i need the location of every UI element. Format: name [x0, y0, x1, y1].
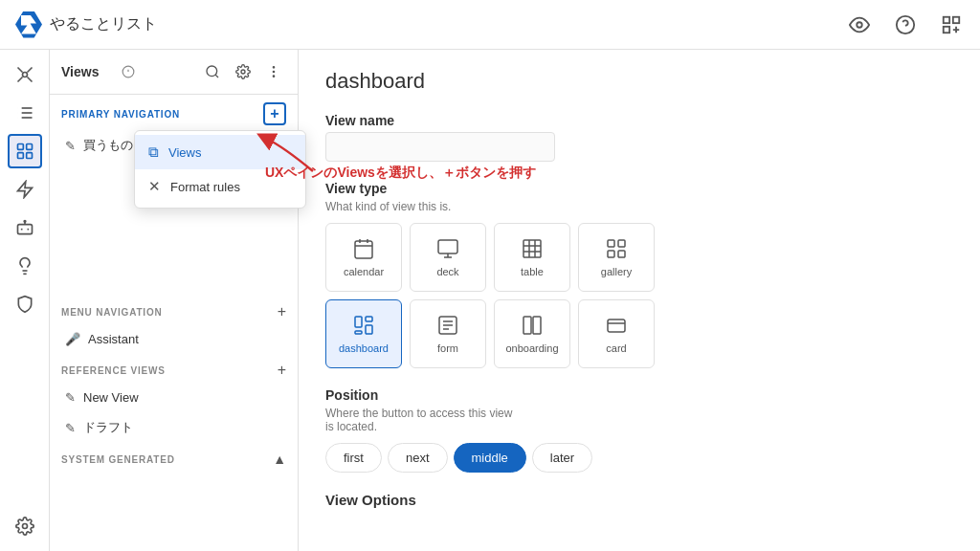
- nav-icon-data[interactable]: [8, 57, 42, 92]
- position-options: first next middle later: [325, 443, 953, 473]
- svg-rect-42: [438, 240, 457, 253]
- svg-line-33: [215, 75, 218, 77]
- views-settings-icon[interactable]: [231, 59, 256, 84]
- position-sublabel: Where the button to access this view is …: [325, 407, 517, 433]
- view-type-grid: calendar deck table gallery: [325, 223, 953, 368]
- dropdown-item-format-rules[interactable]: ✕ Format rules: [135, 169, 305, 204]
- app-header: やることリスト: [0, 0, 980, 50]
- system-generated-label: SYSTEM GENERATED: [61, 454, 175, 465]
- nav-item-new-view[interactable]: ✎ New View: [54, 384, 294, 411]
- svg-line-9: [27, 68, 32, 73]
- views-more-icon[interactable]: [261, 59, 286, 84]
- views-search-icon[interactable]: [200, 59, 225, 84]
- onboarding-icon: [521, 314, 544, 337]
- nav-icon-bulb[interactable]: [8, 249, 42, 283]
- svg-rect-63: [533, 317, 541, 334]
- views-panel-title: Views: [61, 64, 116, 79]
- view-options-label: View Options: [325, 492, 953, 508]
- format-rules-icon: ✕: [148, 178, 161, 195]
- draft-icon: ✎: [65, 421, 76, 435]
- calendar-icon: [352, 237, 375, 260]
- kaimono-icon: ✎: [65, 139, 76, 153]
- views-info-icon: [122, 65, 135, 78]
- reference-views-section: REFERENCE VIEWS + ✎ New View ✎ ドラフト: [50, 354, 298, 444]
- svg-rect-53: [618, 251, 625, 257]
- svg-point-32: [207, 66, 217, 77]
- svg-rect-62: [523, 317, 531, 334]
- nav-icon-settings[interactable]: [8, 509, 42, 543]
- position-next[interactable]: next: [388, 443, 448, 473]
- dropdown-item-views[interactable]: ⧉ Views: [135, 135, 305, 169]
- left-nav: [0, 50, 50, 551]
- form-icon: [436, 314, 459, 337]
- help-icon[interactable]: [892, 11, 919, 38]
- position-later[interactable]: later: [532, 443, 592, 473]
- svg-rect-18: [26, 144, 32, 150]
- menu-nav-section: MENU NAVIGATION + 🎤 Assistant: [50, 296, 298, 354]
- nav-icon-list[interactable]: [8, 96, 42, 130]
- nav-item-assistant[interactable]: 🎤 Assistant: [54, 325, 294, 353]
- nav-item-draft[interactable]: ✎ ドラフト: [54, 412, 294, 443]
- svg-rect-57: [355, 331, 362, 334]
- nav-icon-security[interactable]: [8, 287, 42, 321]
- svg-point-37: [273, 76, 274, 77]
- svg-rect-54: [355, 317, 362, 327]
- views-dropdown-menu: ⧉ Views ✕ Format rules: [134, 130, 306, 209]
- view-type-onboarding[interactable]: onboarding: [494, 299, 570, 368]
- system-collapse-icon[interactable]: ▲: [273, 452, 286, 467]
- main-content: dashboard View name View type What kind …: [299, 50, 980, 551]
- svg-marker-21: [17, 182, 32, 198]
- nav-icon-automation[interactable]: [8, 172, 42, 207]
- draft-label: ドラフト: [83, 419, 133, 436]
- svg-point-36: [273, 71, 274, 72]
- svg-rect-56: [366, 325, 372, 334]
- view-type-table[interactable]: table: [494, 223, 570, 292]
- svg-rect-20: [26, 153, 32, 159]
- views-panel-header: Views: [50, 50, 298, 95]
- view-type-row: View type What kind of view this is. cal…: [325, 181, 953, 368]
- svg-point-6: [22, 73, 27, 77]
- gallery-icon: [605, 237, 628, 260]
- menu-nav-add-icon[interactable]: +: [278, 303, 286, 320]
- svg-point-0: [857, 22, 862, 28]
- primary-nav-label: PRIMARY NAVIGATION: [61, 109, 180, 120]
- app-title: やることリスト: [50, 14, 157, 34]
- page-title: dashboard: [325, 69, 953, 94]
- svg-line-7: [17, 68, 22, 73]
- reference-views-label: REFERENCE VIEWS: [61, 365, 166, 376]
- view-name-label: View name: [325, 113, 953, 128]
- menu-nav-label: MENU NAVIGATION: [61, 307, 163, 318]
- primary-nav-add-button[interactable]: +: [263, 102, 286, 125]
- new-view-icon: ✎: [65, 390, 76, 405]
- svg-rect-38: [355, 241, 372, 258]
- view-name-input[interactable]: [325, 132, 555, 162]
- position-first[interactable]: first: [325, 443, 382, 473]
- logo-icon: [15, 11, 42, 38]
- preview-icon[interactable]: [846, 11, 873, 38]
- mic-icon: 🎤: [65, 332, 80, 346]
- views-panel: Views PRIMARY NAVIGATION + ✎ 買うものリスト: [50, 50, 299, 551]
- view-type-card[interactable]: card: [578, 299, 655, 368]
- assistant-label: Assistant: [88, 332, 139, 346]
- view-type-dashboard[interactable]: dashboard: [325, 299, 402, 368]
- svg-rect-5: [944, 26, 949, 32]
- view-name-row: View name: [325, 113, 953, 162]
- main-layout: Views PRIMARY NAVIGATION + ✎ 買うものリスト: [0, 50, 980, 551]
- view-type-form[interactable]: form: [410, 299, 486, 368]
- nav-icon-views[interactable]: [8, 134, 42, 168]
- view-type-calendar[interactable]: calendar: [325, 223, 402, 292]
- position-middle[interactable]: middle: [454, 443, 526, 473]
- nav-icon-bot[interactable]: [8, 210, 42, 245]
- svg-rect-45: [523, 240, 541, 257]
- svg-rect-22: [17, 225, 32, 234]
- dashboard-icon: [352, 314, 375, 337]
- reference-views-add-icon[interactable]: +: [278, 362, 286, 379]
- new-view-label: New View: [83, 390, 139, 405]
- svg-rect-4: [953, 16, 959, 22]
- deck-icon: [436, 237, 459, 260]
- svg-rect-17: [17, 144, 23, 150]
- view-type-gallery[interactable]: gallery: [578, 223, 655, 292]
- share-icon[interactable]: [938, 11, 965, 38]
- copy-icon: ⧉: [148, 143, 159, 161]
- view-type-deck[interactable]: deck: [410, 223, 486, 292]
